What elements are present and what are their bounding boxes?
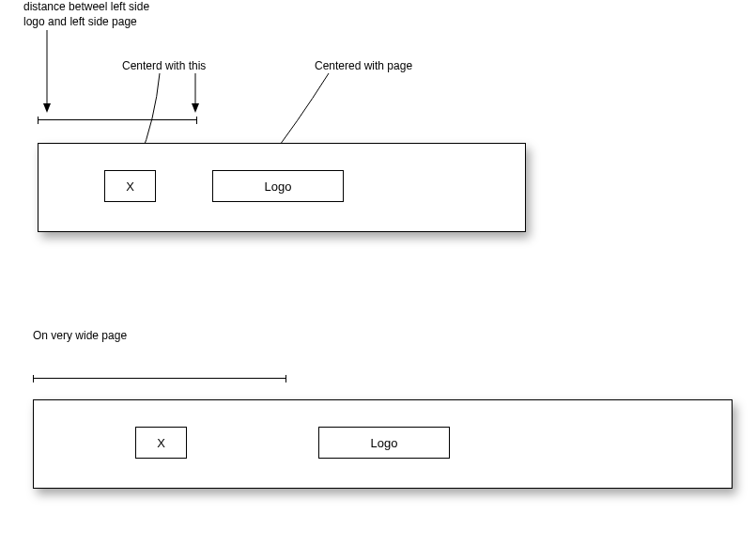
x-box-bottom: X (135, 427, 187, 459)
arrow-distance-to-bar (38, 30, 56, 115)
svg-marker-1 (43, 103, 51, 113)
page-container-bottom: X Logo (33, 399, 733, 489)
centered-with-this-label: Centerd with this (122, 59, 206, 74)
arrow-centered-with-this-tick (186, 73, 205, 116)
distance-label: distance betweel left side logo and left… (23, 0, 183, 29)
measure-bar-bottom (33, 378, 286, 379)
measure-bar-top (38, 119, 197, 120)
logo-box-bottom: Logo (318, 427, 450, 459)
page-container-top: X Logo (38, 143, 526, 232)
svg-marker-4 (192, 103, 199, 113)
logo-box-top: Logo (212, 170, 344, 202)
on-very-wide-page-label: On very wide page (33, 329, 127, 344)
centered-with-page-label: Centered with page (315, 59, 412, 74)
x-box-top: X (104, 170, 156, 202)
